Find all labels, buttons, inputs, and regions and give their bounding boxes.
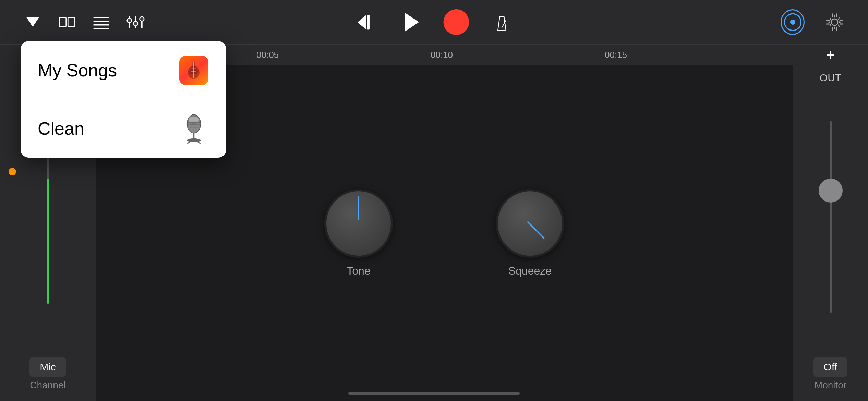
metronome-button[interactable] (490, 10, 514, 34)
monitor-button[interactable]: Off (813, 357, 847, 377)
rewind-button[interactable] (354, 10, 378, 34)
garageband-icon (178, 55, 209, 86)
out-label: OUT (820, 72, 841, 84)
dropdown-item-my-songs[interactable]: My Songs (21, 41, 226, 99)
svg-point-21 (791, 20, 795, 24)
clean-label: Clean (38, 118, 84, 139)
channel-button[interactable]: Mic (29, 357, 66, 377)
dropdown-arrow-tip (48, 41, 67, 42)
routing-button[interactable] (781, 10, 805, 34)
channel-label: Channel (30, 380, 65, 391)
svg-point-23 (831, 19, 838, 25)
squeeze-label: Squeeze (508, 265, 552, 277)
settings-button[interactable] (822, 9, 847, 35)
timeline-tick-10: 00:10 (431, 49, 453, 60)
fader-green-fill (47, 179, 49, 304)
monitor-label: Monitor (815, 380, 846, 391)
output-fader-container (830, 84, 832, 350)
output-fader[interactable] (830, 121, 832, 313)
dropdown-item-clean[interactable]: Clean (21, 99, 226, 158)
play-button[interactable] (399, 10, 423, 34)
dropdown-menu: My Songs Clean (21, 41, 226, 158)
toolbar-left (21, 10, 147, 34)
squeeze-knob-container: Squeeze (496, 189, 564, 277)
squeeze-knob[interactable] (496, 189, 564, 258)
tone-indicator (358, 196, 359, 220)
tone-label: Tone (347, 265, 370, 277)
svg-rect-14 (367, 15, 370, 29)
mic-icon (178, 113, 209, 144)
svg-point-8 (127, 19, 131, 23)
svg-rect-2 (68, 17, 75, 27)
record-button[interactable] (444, 9, 469, 35)
svg-rect-1 (59, 17, 66, 27)
track-view-icon[interactable] (55, 10, 79, 34)
timeline-tick-5: 00:05 (256, 49, 279, 60)
svg-point-12 (140, 17, 144, 21)
timeline-tick-15: 00:15 (605, 49, 627, 60)
svg-marker-13 (358, 15, 366, 29)
tone-knob[interactable] (324, 189, 393, 258)
squeeze-indicator (527, 221, 545, 239)
mixer-icon[interactable] (123, 10, 147, 34)
output-area: OUT Off Monitor (793, 65, 868, 401)
my-songs-label: My Songs (38, 60, 117, 81)
add-track-button[interactable]: + (817, 45, 844, 65)
dropdown-button[interactable] (21, 10, 45, 34)
monitor-area: Off Monitor (813, 350, 847, 401)
scroll-indicator (348, 392, 520, 395)
svg-point-10 (133, 22, 138, 26)
svg-marker-0 (26, 17, 39, 27)
track-label-area: Mic Channel (29, 350, 66, 401)
blue-ring-icon (781, 9, 805, 35)
tone-knob-container: Tone (324, 189, 393, 277)
garageband-app-icon (179, 56, 208, 85)
svg-marker-15 (405, 13, 419, 32)
toolbar (0, 0, 868, 45)
output-fader-knob[interactable] (819, 179, 843, 203)
list-view-icon[interactable] (89, 10, 113, 34)
toolbar-center (354, 9, 514, 35)
toolbar-right (781, 9, 847, 35)
knobs-row: Tone Squeeze (324, 189, 564, 277)
